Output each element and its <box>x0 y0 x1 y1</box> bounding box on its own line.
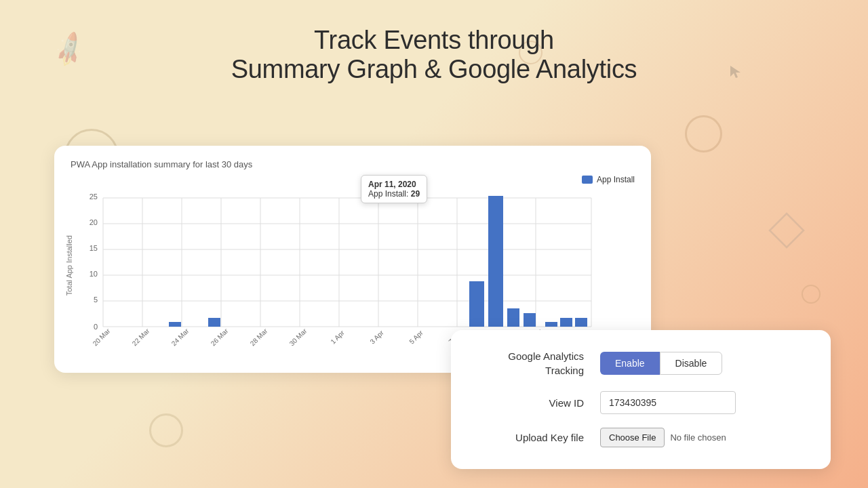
svg-text:25: 25 <box>90 192 98 201</box>
svg-text:15: 15 <box>90 244 98 252</box>
chart-legend: App Install <box>582 175 635 184</box>
svg-text:5: 5 <box>94 296 98 304</box>
svg-text:20: 20 <box>90 218 98 226</box>
page-content: Track Events through Summary Graph & Goo… <box>0 0 868 488</box>
svg-rect-28 <box>169 322 181 327</box>
svg-text:22 Mar: 22 Mar <box>131 327 151 347</box>
legend-label: App Install <box>597 175 635 184</box>
toggle-group: Enable Disable <box>600 352 722 375</box>
svg-rect-36 <box>575 318 587 327</box>
analytics-card: Google Analytics Tracking Enable Disable… <box>451 330 831 469</box>
chart-tooltip: Apr 11, 2020 App Install: 29 <box>361 175 427 203</box>
svg-text:5 Apr: 5 Apr <box>408 329 425 346</box>
svg-text:28 Mar: 28 Mar <box>249 327 269 347</box>
svg-rect-32 <box>507 308 519 327</box>
svg-text:26 Mar: 26 Mar <box>210 327 230 347</box>
svg-text:3 Apr: 3 Apr <box>368 329 385 346</box>
tracking-label: Google Analytics Tracking <box>475 349 584 378</box>
svg-rect-29 <box>208 318 220 327</box>
svg-rect-33 <box>524 313 536 327</box>
svg-text:1 Apr: 1 Apr <box>329 329 346 346</box>
tooltip-value: App Install: 29 <box>368 189 420 199</box>
svg-rect-31 <box>488 196 503 327</box>
svg-text:24 Mar: 24 Mar <box>170 327 191 347</box>
svg-text:30 Mar: 30 Mar <box>288 327 309 347</box>
title-line1: Track Events through <box>0 26 868 55</box>
chart-title: PWA App installation summary for last 30… <box>71 159 635 169</box>
view-id-input[interactable] <box>600 391 736 414</box>
choose-file-button[interactable]: Choose File <box>600 428 665 447</box>
chart-svg: 0 5 10 15 20 25 30 <box>76 191 605 354</box>
svg-text:0: 0 <box>94 323 98 331</box>
chart-area: Total App Installed App Install Apr 11, … <box>65 175 635 357</box>
title-block: Track Events through Summary Graph & Goo… <box>0 0 868 84</box>
no-file-text: No file chosen <box>670 432 726 443</box>
view-id-row: View ID <box>475 391 806 414</box>
upload-key-label: Upload Key file <box>475 430 584 445</box>
svg-rect-35 <box>560 318 572 327</box>
enable-button[interactable]: Enable <box>600 352 660 375</box>
tooltip-date: Apr 11, 2020 <box>368 180 420 189</box>
svg-text:10: 10 <box>90 270 98 278</box>
legend-color-box <box>582 176 593 184</box>
chart-inner: App Install Apr 11, 2020 App Install: 29 <box>76 175 635 357</box>
upload-key-row: Upload Key file Choose File No file chos… <box>475 428 806 447</box>
svg-rect-30 <box>469 281 484 327</box>
view-id-label: View ID <box>475 396 584 410</box>
title-line2: Summary Graph & Google Analytics <box>0 55 868 84</box>
y-axis-label: Total App Installed <box>65 235 73 296</box>
tracking-row: Google Analytics Tracking Enable Disable <box>475 349 806 378</box>
svg-rect-34 <box>545 322 557 327</box>
file-input-wrapper: Choose File No file chosen <box>600 428 726 447</box>
disable-button[interactable]: Disable <box>660 352 723 375</box>
